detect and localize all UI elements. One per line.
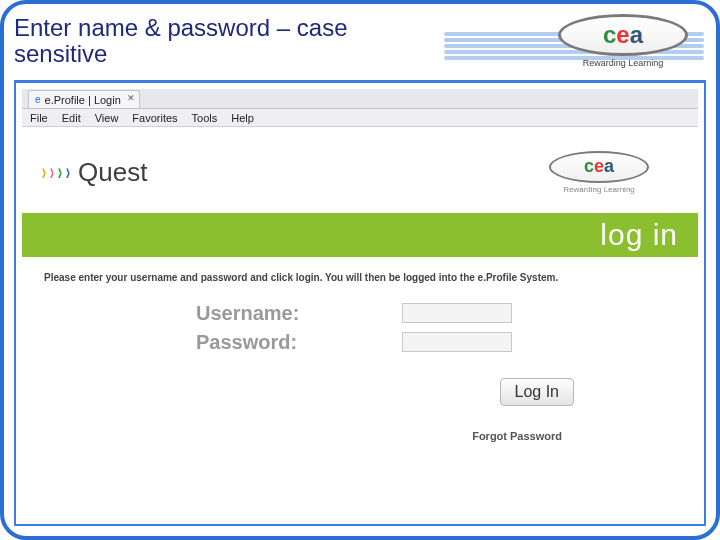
quest-brand-text: Quest	[78, 157, 147, 188]
cea-logo-oval: c e a	[558, 14, 688, 56]
password-input[interactable]	[402, 332, 512, 352]
logo-row: › › › › Quest c e a Rewarding L	[36, 139, 684, 209]
menu-favorites[interactable]: Favorites	[132, 112, 177, 124]
tab-title: e.Profile | Login	[45, 94, 121, 106]
browser-window: e e.Profile | Login ✕ File Edit View Fav…	[22, 89, 698, 518]
cea-logo: c e a Rewarding Learning	[548, 12, 698, 70]
cea-tagline-small: Rewarding Learning	[563, 185, 635, 194]
login-button[interactable]: Log In	[500, 378, 574, 406]
login-banner-bar: log in	[22, 213, 698, 257]
forgot-password-link[interactable]: Forgot Password	[472, 430, 562, 442]
password-row: Password:	[66, 331, 654, 354]
tab-strip: e e.Profile | Login ✕	[22, 89, 698, 109]
login-banner-text: log in	[600, 218, 678, 252]
slide-title: Enter name & password – case sensitive	[14, 15, 434, 68]
forgot-row: Forgot Password	[66, 406, 654, 442]
cea-letter-e: e	[594, 156, 604, 177]
cea-letter-a: a	[630, 21, 643, 49]
menu-view[interactable]: View	[95, 112, 119, 124]
ie-icon: e	[35, 94, 41, 105]
slide-header: Enter name & password – case sensitive c…	[4, 4, 716, 72]
username-input[interactable]	[402, 303, 512, 323]
browser-tab[interactable]: e e.Profile | Login ✕	[28, 90, 140, 108]
username-label: Username:	[66, 302, 386, 325]
cea-letter-e: e	[616, 21, 629, 49]
cea-letter-a: a	[604, 156, 614, 177]
password-label: Password:	[66, 331, 386, 354]
menu-edit[interactable]: Edit	[62, 112, 81, 124]
cea-logo-small-oval: c e a	[549, 151, 649, 183]
quest-chevrons-icon: › › › ›	[40, 160, 72, 184]
menu-help[interactable]: Help	[231, 112, 254, 124]
page-content: › › › › Quest c e a Rewarding L	[22, 131, 698, 518]
menu-tools[interactable]: Tools	[192, 112, 218, 124]
login-form: Username: Password: Log In Forgot Passwo…	[36, 302, 684, 442]
menu-file[interactable]: File	[30, 112, 48, 124]
login-button-row: Log In	[66, 360, 654, 406]
slide-frame: Enter name & password – case sensitive c…	[0, 0, 720, 540]
quest-logo: › › › › Quest	[40, 157, 147, 188]
cea-letter-c: c	[584, 156, 594, 177]
login-instructions: Please enter your username and password …	[36, 257, 684, 296]
close-icon[interactable]: ✕	[127, 93, 135, 103]
cea-tagline: Rewarding Learning	[583, 58, 664, 68]
menu-bar: File Edit View Favorites Tools Help	[22, 109, 698, 127]
cea-logo-small: c e a Rewarding Learning	[524, 143, 674, 201]
cea-letter-c: c	[603, 21, 616, 49]
slide-body: e e.Profile | Login ✕ File Edit View Fav…	[14, 80, 706, 526]
username-row: Username:	[66, 302, 654, 325]
